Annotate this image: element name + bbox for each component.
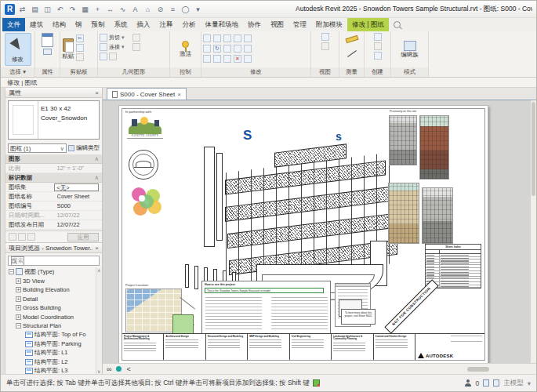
select-toggle-icon[interactable] <box>493 379 499 387</box>
close-icon[interactable]: × <box>95 89 99 96</box>
modify-button[interactable]: 修改 <box>5 33 31 66</box>
property-row[interactable]: 图纸发布日期12/07/22 <box>5 220 102 230</box>
section-icon[interactable]: ⊘ <box>155 4 165 15</box>
sort-descending-icon[interactable] <box>18 233 26 241</box>
ribbon-tab-8[interactable]: 分析 <box>178 18 201 31</box>
trim-icon[interactable] <box>223 45 231 53</box>
reveal-hidden-icon[interactable] <box>116 366 122 372</box>
browser-organization-icon[interactable] <box>43 49 52 55</box>
modify-icon[interactable]: + <box>93 4 103 15</box>
ribbon-tab-1[interactable]: 建筑 <box>25 18 48 31</box>
property-row[interactable]: 图纸集<无> <box>5 183 102 192</box>
tree-item[interactable]: +Building Elevation <box>5 285 102 295</box>
thin-lines-icon[interactable]: ≡ <box>168 4 178 15</box>
property-row[interactable]: 比例12" = 1'-0" <box>5 164 102 173</box>
delete-icon[interactable]: ✕ <box>234 55 241 63</box>
property-row[interactable]: 日期/时间戳...12/07/22 <box>5 211 102 220</box>
edit-type-button[interactable]: 编辑类型 <box>68 144 100 152</box>
ribbon-tab-3[interactable]: 钢 <box>71 18 87 31</box>
split-icon[interactable] <box>244 45 252 53</box>
panel-label-select[interactable]: 选择 ▾ <box>1 67 34 77</box>
tree-item[interactable]: +Gross Building <box>5 303 102 313</box>
property-row[interactable]: 图纸编号S000 <box>5 201 102 211</box>
pin-icon[interactable] <box>223 55 231 63</box>
match-type-icon[interactable] <box>76 53 84 61</box>
measure-icon[interactable] <box>345 35 358 44</box>
linework-icon[interactable] <box>321 33 329 41</box>
wall-joins-icon[interactable] <box>132 43 140 51</box>
scroll-up-icon[interactable]: ∧ <box>97 267 100 273</box>
activate-button[interactable]: 激活 <box>180 33 191 66</box>
qat-dropdown-icon[interactable]: ▾ <box>193 4 203 15</box>
edit-family-button[interactable]: 编辑族 <box>400 33 420 66</box>
tree-item[interactable]: 结构平面: L1 <box>5 349 102 358</box>
array-icon[interactable] <box>203 55 211 63</box>
tree-item[interactable]: −Structural Plan <box>5 321 102 331</box>
extend-icon[interactable] <box>234 45 241 53</box>
property-row[interactable]: 图纸名称Cover Sheet <box>5 192 102 201</box>
tree-item[interactable]: 结构平面: L3 <box>5 367 102 375</box>
scroll-down-icon[interactable]: ∨ <box>97 368 100 374</box>
user-icon[interactable]: ◯ <box>180 4 190 15</box>
tree-scrollbar[interactable]: ∧ ∨ <box>96 267 102 374</box>
default-3d-view-icon[interactable]: ⌂ <box>143 4 153 15</box>
ribbon-tab-0[interactable]: 文件 <box>2 18 25 31</box>
tree-item[interactable]: +Model Coordination <box>5 313 102 322</box>
sort-default-icon[interactable] <box>27 233 35 241</box>
caret-down-icon[interactable]: ▾ <box>528 379 531 387</box>
paste-button[interactable]: 粘贴 <box>62 33 74 66</box>
ribbon-tab-6[interactable]: 插入 <box>132 18 155 31</box>
canvas-vertical-scrollbar[interactable] <box>530 100 536 363</box>
text-icon[interactable]: A <box>130 4 140 15</box>
ribbon-tab-11[interactable]: 视图 <box>266 18 288 31</box>
measure-between-icon[interactable] <box>347 50 356 57</box>
redo-icon[interactable]: ↷ <box>67 4 78 15</box>
cut-icon[interactable]: ✂ <box>76 34 84 42</box>
print-icon[interactable]: ▦ <box>80 4 90 15</box>
ribbon-tab-10[interactable]: 协作 <box>243 18 266 31</box>
element-selector[interactable]: 图框 (1) ∨ <box>8 143 67 153</box>
worksharing-icon[interactable] <box>313 379 320 387</box>
cover-sheet[interactable]: In partnership with: FAYETTE COUNTY <box>118 105 488 363</box>
ribbon-tab-7[interactable]: 注释 <box>155 18 178 31</box>
collapse-icon[interactable]: < <box>126 365 130 373</box>
type-selector[interactable]: E1 30 x 42 Cover_Snowdon <box>8 100 100 140</box>
hide-elements-icon[interactable]: ∞ <box>107 365 111 373</box>
tree-item[interactable]: 结构平面: Parking <box>5 339 102 349</box>
copy-to-clipboard-icon[interactable] <box>76 44 84 52</box>
undo-icon[interactable]: ↶ <box>55 4 65 15</box>
rotate-icon[interactable]: ↻ <box>213 45 221 53</box>
save-icon[interactable]: ◫ <box>42 4 53 15</box>
drawing-canvas[interactable]: In partnership with: FAYETTE COUNTY <box>103 100 536 363</box>
properties-palette-icon[interactable] <box>42 33 53 47</box>
apply-button[interactable]: 应用 <box>67 233 99 241</box>
ribbon-tab-4[interactable]: 预制 <box>87 18 110 31</box>
move-icon[interactable] <box>244 34 252 42</box>
override-graphics-icon[interactable] <box>321 42 329 50</box>
tree-item[interactable]: +Detail <box>5 295 102 304</box>
mirror-pick-icon[interactable] <box>234 34 241 42</box>
ribbon-tab-14[interactable]: 修改 | 图纸 <box>347 18 389 31</box>
ribbon-tab-9[interactable]: 体量和场地 <box>201 18 244 31</box>
create-group-icon[interactable] <box>374 33 382 41</box>
cut-geometry-button[interactable]: 剪切 ▾ <box>100 33 168 42</box>
model-line-icon[interactable]: ∿ <box>118 4 128 15</box>
ribbon-tab-12[interactable]: 管理 <box>288 18 311 31</box>
align-icon[interactable] <box>203 34 211 42</box>
create-parts-icon[interactable] <box>374 52 382 60</box>
ribbon-tab-2[interactable]: 结构 <box>48 18 71 31</box>
join-geometry-button[interactable]: 连接 ▾ <box>100 42 168 51</box>
copy-icon[interactable] <box>203 45 211 53</box>
demolish-icon[interactable] <box>132 34 140 42</box>
editable-only-icon[interactable] <box>483 379 489 387</box>
canvas-horizontal-scrollbar[interactable] <box>467 367 489 372</box>
sort-ascending-icon[interactable] <box>9 233 16 241</box>
tree-item[interactable]: 结构平面: Top of Fo <box>5 331 102 340</box>
mirror-axis-icon[interactable] <box>223 34 231 42</box>
sync-icon[interactable]: ⇄ <box>17 4 27 15</box>
tree-item[interactable]: 结构平面: L2 <box>5 358 102 367</box>
offset-icon[interactable] <box>213 34 221 42</box>
tree-item[interactable]: +3D View <box>5 277 102 286</box>
aligned-dimension-icon[interactable]: ↔ <box>105 4 115 15</box>
modify-options-icon[interactable] <box>394 21 401 28</box>
